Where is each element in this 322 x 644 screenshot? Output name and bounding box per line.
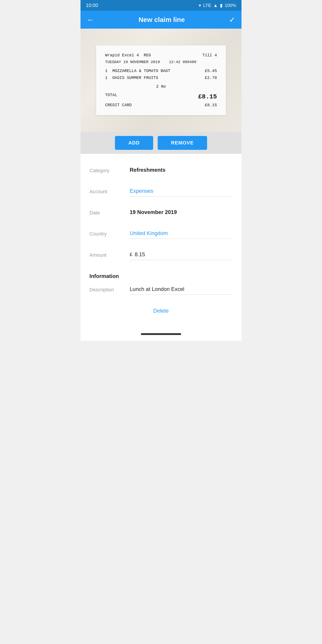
- amount-value: 8.15: [134, 251, 145, 258]
- receipt-action-buttons: ADD REMOVE: [80, 132, 242, 154]
- wifi-icon: ▾: [199, 3, 201, 8]
- receipt-paper: Wrapid Excel 4 REG Till 4 TUESDAY 19 NOV…: [96, 46, 226, 115]
- signal-icon: ▲: [213, 3, 218, 8]
- account-label: Account: [90, 188, 130, 194]
- date-row: Date 19 November 2019: [90, 203, 232, 224]
- country-value[interactable]: United Kingdom: [130, 230, 232, 239]
- home-indicator: [80, 327, 242, 341]
- home-bar: [141, 333, 181, 335]
- form-container: Category Refreshments Account Expenses D…: [80, 154, 242, 327]
- remove-button[interactable]: REMOVE: [158, 136, 207, 150]
- delete-button[interactable]: Delete: [90, 301, 232, 318]
- amount-row: Amount £ 8.15: [90, 245, 232, 266]
- status-icons: ▾ LTE ▲ ▮ 100%: [199, 3, 236, 8]
- category-row: Category Refreshments: [90, 160, 232, 182]
- receipt-item-2: 1 OASIS SUMMER FRUITS £2.70: [105, 75, 217, 81]
- receipt-total: TOTAL £8.15: [105, 92, 217, 102]
- description-row: Description Lunch at London Excel: [90, 284, 232, 301]
- add-button[interactable]: ADD: [115, 136, 153, 150]
- account-value[interactable]: Expenses: [130, 188, 232, 196]
- date-label: Date: [90, 209, 130, 216]
- receipt-background: Wrapid Excel 4 REG Till 4 TUESDAY 19 NOV…: [80, 28, 242, 132]
- receipt-item-1: 1 MOZZARELLA & TOMATO BAGT £5.45: [105, 68, 217, 74]
- description-label: Description: [90, 286, 130, 293]
- account-row[interactable]: Account Expenses: [90, 182, 232, 203]
- status-bar: 10:00 ▾ LTE ▲ ▮ 100%: [80, 0, 242, 11]
- item1-qty: 1: [105, 68, 108, 74]
- total-label: TOTAL: [105, 92, 117, 102]
- item2-price: £2.70: [205, 75, 217, 81]
- country-row[interactable]: Country United Kingdom: [90, 224, 232, 245]
- item2-qty: 1: [105, 75, 108, 81]
- lte-label: LTE: [203, 3, 211, 8]
- receipt-header: Wrapid Excel 4 REG Till 4: [105, 52, 217, 58]
- category-label: Category: [90, 167, 130, 174]
- status-time: 10:00: [86, 2, 98, 8]
- page-title: New claim line: [139, 16, 185, 24]
- battery-label: 100%: [225, 3, 236, 8]
- receipt-credit: CREDIT CARD £8.15: [105, 102, 217, 108]
- credit-amount: £8.15: [205, 102, 217, 108]
- amount-label: Amount: [90, 251, 130, 258]
- currency-symbol: £: [130, 252, 132, 258]
- receipt-qty-total: 2 No: [105, 84, 217, 90]
- description-value[interactable]: Lunch at London Excel: [130, 286, 232, 295]
- total-amount: £8.15: [198, 92, 217, 102]
- item2-name: OASIS SUMMER FRUITS: [112, 75, 205, 81]
- information-header: Information: [90, 266, 232, 284]
- country-label: Country: [90, 230, 130, 237]
- back-button[interactable]: ←: [87, 16, 94, 24]
- receipt-container: Wrapid Excel 4 REG Till 4 TUESDAY 19 NOV…: [80, 28, 242, 154]
- category-value: Refreshments: [130, 167, 232, 175]
- confirm-button[interactable]: ✓: [229, 15, 235, 24]
- receipt-till: Till 4: [202, 52, 217, 58]
- item1-name: MOZZARELLA & TOMATO BAGT: [112, 68, 205, 74]
- receipt-date: TUESDAY 19 NOVEMBER 2019 12:42 088480: [105, 59, 217, 65]
- credit-label: CREDIT CARD: [105, 102, 132, 108]
- nav-bar: ← New claim line ✓: [80, 11, 242, 28]
- amount-field[interactable]: £ 8.15: [130, 251, 232, 260]
- date-value: 19 November 2019: [130, 209, 232, 218]
- receipt-store: Wrapid Excel 4 REG: [105, 52, 151, 58]
- item1-price: £5.45: [205, 68, 217, 74]
- receipt-image: Wrapid Excel 4 REG Till 4 TUESDAY 19 NOV…: [80, 28, 242, 132]
- battery-icon: ▮: [220, 3, 222, 8]
